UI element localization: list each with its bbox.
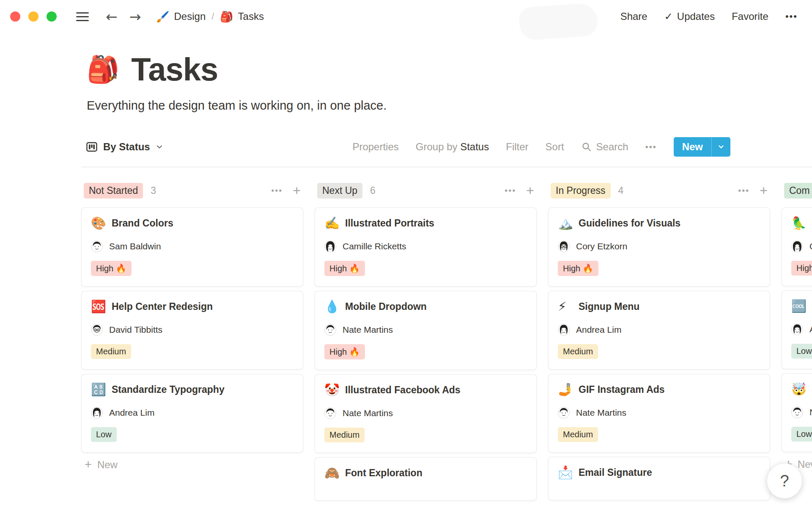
priority-badge: High 🔥 [91, 261, 132, 276]
minimize-window-button[interactable] [28, 11, 38, 22]
backpack-icon: 🎒 [220, 11, 233, 22]
task-title: Mobile Dropdown [345, 301, 427, 312]
column-add-button[interactable]: + [526, 184, 534, 197]
column-add-button[interactable]: + [760, 184, 768, 197]
avatar [791, 323, 803, 335]
task-card[interactable]: 📩Email Signature [548, 457, 770, 500]
task-card[interactable]: ✍️Illustrated PortraitsCamille RickettsH… [315, 207, 537, 287]
page-title[interactable]: Tasks [131, 51, 218, 88]
assignee-name: Nate Martins [343, 408, 393, 418]
task-assignee-row: A [791, 323, 812, 335]
task-emoji-icon: 🏔️ [558, 217, 572, 229]
task-assignee-row: David Tibbitts [91, 324, 294, 336]
task-title: Illustrated Facebook Ads [345, 384, 461, 396]
priority-badge: Medium [324, 428, 365, 442]
breadcrumb-design[interactable]: 🖌️ Design [156, 11, 206, 22]
task-card[interactable]: 💧Mobile DropdownNate MartinsHigh 🔥 [315, 291, 537, 370]
properties-button[interactable]: Properties [352, 141, 398, 153]
column-more-button[interactable]: ••• [271, 186, 283, 196]
window-titlebar: ← → 🖌️ Design / 🎒 Tasks Share ✓ Updates … [0, 0, 812, 33]
filter-button[interactable]: Filter [506, 141, 528, 153]
more-options-button[interactable]: ••• [785, 11, 798, 22]
board-column-in-progress: In Progress4•••+🏔️Guidelines for Visuals… [548, 181, 770, 505]
favorite-button[interactable]: Favorite [732, 11, 768, 22]
priority-badge: High 🔥 [324, 344, 365, 359]
new-dropdown-button[interactable] [711, 137, 730, 157]
view-switcher[interactable]: By Status [85, 141, 164, 153]
back-arrow-icon[interactable]: ← [106, 10, 118, 24]
task-title-row: 🙈Font Exploration [324, 467, 527, 479]
breadcrumb-tasks[interactable]: 🎒 Tasks [220, 11, 264, 22]
task-card[interactable]: 🙈Font Exploration [315, 457, 537, 501]
column-name-pill[interactable]: Not Started [84, 183, 143, 199]
avatar [324, 240, 336, 252]
column-name-pill[interactable]: Com [784, 183, 812, 199]
task-assignee-row: Cory Etzkorn [558, 240, 760, 252]
zoom-window-button[interactable] [47, 11, 57, 22]
avatar [558, 240, 570, 252]
column-add-button[interactable]: + [293, 184, 301, 197]
column-count: 6 [370, 185, 376, 196]
task-title-row: 🤡Illustrated Facebook Ads [324, 384, 527, 396]
avatar [91, 324, 103, 336]
page-description[interactable]: Everything the design team is working on… [87, 99, 812, 113]
column-count: 3 [151, 185, 156, 196]
task-card[interactable]: 🆘Help Center RedesignDavid TibbittsMediu… [81, 291, 303, 370]
new-button[interactable]: New [674, 137, 730, 157]
add-card-button[interactable]: +New [81, 458, 303, 471]
task-card[interactable]: 🔠Standardize TypographyAndrea LimLow [81, 374, 303, 453]
priority-badge: Low [791, 427, 812, 442]
column-more-button[interactable]: ••• [738, 186, 749, 196]
column-count: 4 [618, 185, 624, 196]
help-button[interactable]: ? [767, 463, 802, 499]
breadcrumb-separator: / [211, 11, 214, 22]
task-title-row: 🆘Help Center Redesign [91, 301, 294, 313]
check-icon: ✓ [664, 11, 673, 22]
task-title-row: 🏔️Guidelines for Visuals [558, 217, 760, 229]
column-header: Com•••+ [782, 181, 812, 200]
task-card[interactable]: 🤯HNLow [782, 373, 812, 452]
column-name-pill[interactable]: In Progress [551, 183, 611, 199]
avatar [324, 324, 336, 336]
toolbar-divider [81, 167, 812, 167]
priority-badge: High [791, 261, 812, 276]
board-view-icon [85, 141, 98, 153]
task-card[interactable]: 🆒EALow [782, 290, 812, 369]
column-header: Next Up6•••+ [315, 181, 537, 200]
task-emoji-icon: 🤡 [324, 384, 339, 396]
task-card[interactable]: 🎨Brand ColorsSam BaldwinHigh 🔥 [81, 207, 303, 287]
task-title: Standardize Typography [112, 384, 225, 395]
priority-badge: High 🔥 [324, 261, 365, 276]
column-header: In Progress4•••+ [548, 181, 770, 200]
group-by-button[interactable]: Group by Status [416, 141, 489, 153]
forward-arrow-icon[interactable]: → [129, 10, 141, 24]
view-more-button[interactable]: ••• [645, 142, 657, 152]
assignee-name: David Tibbitts [109, 325, 162, 335]
group-by-prefix: Group by [416, 141, 460, 152]
assignee-name: Andrea Lim [109, 408, 154, 418]
task-card[interactable]: 🤡Illustrated Facebook AdsNate MartinsMed… [315, 374, 537, 453]
column-header: Not Started3•••+ [81, 181, 303, 200]
sidebar-menu-icon[interactable] [76, 12, 89, 21]
assignee-name: N [809, 407, 812, 417]
task-card[interactable]: 🏔️Guidelines for VisualsCory EtzkornHigh… [548, 207, 770, 287]
task-title-row: 💧Mobile Dropdown [324, 301, 527, 313]
search-button[interactable]: Search [581, 141, 628, 153]
column-name-pill[interactable]: Next Up [317, 183, 362, 199]
updates-button[interactable]: ✓ Updates [664, 11, 715, 22]
task-title: GIF Instagram Ads [579, 384, 665, 395]
task-card[interactable]: 🦜UCHigh [782, 207, 812, 286]
task-title: Signup Menu [579, 301, 639, 312]
share-button[interactable]: Share [620, 11, 647, 22]
column-more-button[interactable]: ••• [505, 186, 516, 196]
kanban-board: Not Started3•••+🎨Brand ColorsSam Baldwin… [0, 181, 812, 505]
sort-button[interactable]: Sort [546, 141, 564, 153]
view-name-label: By Status [103, 141, 150, 153]
board-column-com: Com•••+🦜UCHigh🆒EALow🤯HNLow+New [782, 181, 812, 505]
task-card[interactable]: 🤳GIF Instagram AdsNate MartinsMedium [548, 374, 770, 453]
close-window-button[interactable] [10, 11, 20, 22]
task-assignee-row: C [791, 240, 812, 252]
backpack-page-icon[interactable]: 🎒 [87, 56, 119, 83]
task-assignee-row: Nate Martins [324, 324, 527, 336]
task-card[interactable]: ⚡Signup MenuAndrea LimMedium [548, 291, 770, 370]
